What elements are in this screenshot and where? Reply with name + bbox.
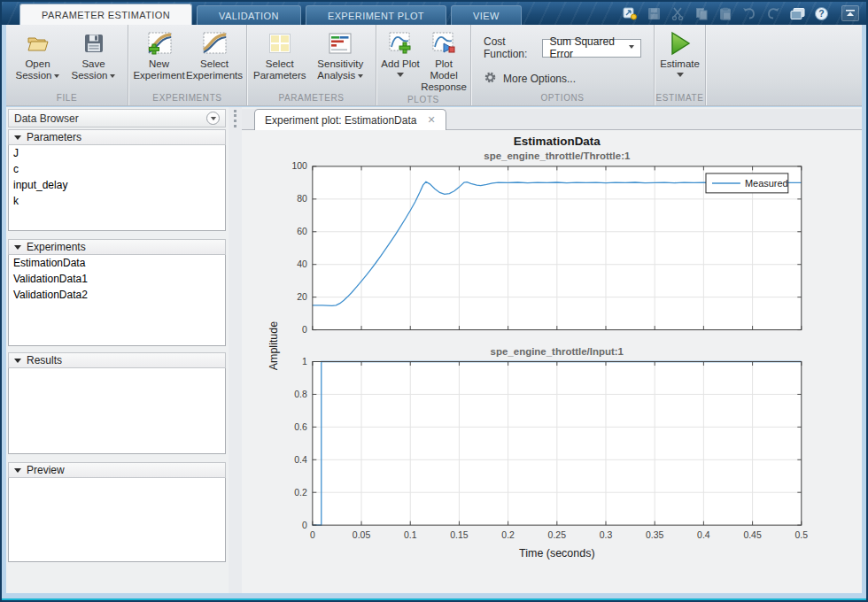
open-session-button[interactable]: Open Session bbox=[10, 27, 66, 81]
group-file: Open Session Save Session FILE bbox=[6, 25, 128, 105]
window-layout-icon[interactable] bbox=[789, 5, 805, 21]
section-label: Preview bbox=[27, 464, 65, 476]
document-tab-experiment-plot[interactable]: Experiment plot: EstimationData ✕ bbox=[254, 109, 446, 130]
svg-text:0.2: 0.2 bbox=[501, 530, 515, 540]
select-parameters-icon bbox=[268, 30, 291, 57]
more-options-button[interactable]: More Options... bbox=[484, 71, 576, 87]
preview-list[interactable] bbox=[8, 478, 226, 562]
svg-text:1: 1 bbox=[302, 357, 307, 367]
section-header-preview[interactable]: Preview bbox=[8, 462, 226, 478]
save-session-label: Save Session bbox=[72, 58, 108, 81]
list-item[interactable]: input_delay bbox=[9, 177, 225, 193]
save-icon[interactable] bbox=[646, 5, 662, 21]
list-item[interactable]: J bbox=[9, 145, 225, 161]
add-plot-button[interactable]: Add Plot bbox=[380, 27, 421, 81]
experiment-plot-canvas[interactable]: EstimationData020406080100spe_engine_thr… bbox=[242, 130, 862, 593]
new-experiment-button[interactable]: New Experiment bbox=[132, 27, 186, 81]
help-icon[interactable]: ? bbox=[813, 5, 829, 21]
tab-view[interactable]: VIEW bbox=[451, 5, 522, 25]
parameters-list[interactable]: Jcinput_delayk bbox=[8, 145, 226, 231]
plot-model-response-button[interactable]: Plot Model Response bbox=[421, 27, 467, 93]
collapse-arrow-icon bbox=[14, 245, 21, 253]
svg-text:spe_engine_throttle/Throttle:1: spe_engine_throttle/Throttle:1 bbox=[484, 150, 631, 161]
splitter-grip-icon bbox=[234, 110, 236, 127]
section-label: Parameters bbox=[27, 131, 81, 143]
estimate-label: Estimate bbox=[660, 58, 700, 70]
svg-text:?: ? bbox=[818, 8, 824, 19]
document-tab-title: Experiment plot: EstimationData bbox=[265, 114, 416, 127]
sensitivity-analysis-icon bbox=[329, 30, 352, 57]
chevron-down-icon bbox=[397, 73, 404, 81]
select-experiments-label: Select Experiments bbox=[186, 58, 243, 81]
list-item[interactable]: ValidationData2 bbox=[9, 287, 225, 303]
section-header-results[interactable]: Results bbox=[8, 352, 226, 368]
copy-icon[interactable] bbox=[694, 5, 709, 21]
new-experiment-icon bbox=[147, 30, 172, 57]
cost-function-label: Cost Function: bbox=[484, 35, 536, 60]
section-header-parameters[interactable]: Parameters bbox=[8, 129, 226, 145]
svg-text:0.15: 0.15 bbox=[450, 530, 469, 540]
svg-text:80: 80 bbox=[297, 194, 307, 204]
estimate-button[interactable]: Estimate bbox=[658, 27, 701, 81]
chevron-down-icon bbox=[358, 74, 363, 81]
open-folder-icon bbox=[26, 30, 50, 57]
select-parameters-button[interactable]: Select Parameters bbox=[251, 27, 309, 81]
paste-icon[interactable] bbox=[717, 5, 733, 21]
select-experiments-icon bbox=[202, 30, 227, 57]
panel-splitter[interactable] bbox=[229, 107, 242, 593]
new-window-icon[interactable] bbox=[622, 5, 638, 21]
svg-text:0.35: 0.35 bbox=[646, 530, 664, 540]
svg-text:0.8: 0.8 bbox=[294, 390, 307, 399]
cost-function-value: Sum Squared Error bbox=[549, 35, 616, 60]
gear-icon bbox=[484, 71, 497, 87]
select-experiments-button[interactable]: Select Experiments bbox=[186, 27, 243, 81]
list-item[interactable]: c bbox=[9, 161, 225, 177]
svg-text:EstimationData: EstimationData bbox=[514, 135, 601, 148]
svg-text:0.4: 0.4 bbox=[294, 455, 307, 465]
document-tab-bar: Experiment plot: EstimationData ✕ bbox=[242, 109, 862, 130]
svg-text:0.2: 0.2 bbox=[294, 488, 307, 498]
minimize-ribbon-button[interactable] bbox=[841, 5, 859, 21]
tab-experiment-plot[interactable]: EXPERIMENT PLOT bbox=[306, 5, 446, 25]
sensitivity-analysis-label: Sensitivity Analysis bbox=[317, 58, 363, 81]
data-browser-header: Data Browser bbox=[8, 109, 226, 127]
experiments-list[interactable]: EstimationDataValidationData1ValidationD… bbox=[8, 255, 226, 346]
collapse-arrow-icon bbox=[14, 135, 21, 143]
open-session-label: Open Session bbox=[16, 58, 52, 81]
svg-text:0.4: 0.4 bbox=[697, 530, 710, 540]
app-window: PARAMETER ESTIMATION VALIDATION EXPERIME… bbox=[0, 0, 868, 602]
section-header-experiments[interactable]: Experiments bbox=[8, 239, 226, 255]
plot-model-response-icon bbox=[432, 30, 455, 57]
svg-text:100: 100 bbox=[291, 161, 307, 171]
collapse-arrow-icon bbox=[14, 468, 21, 476]
add-plot-icon bbox=[389, 30, 412, 57]
list-item[interactable]: EstimationData bbox=[9, 255, 225, 271]
document-area: Experiment plot: EstimationData ✕ Estima… bbox=[242, 107, 862, 593]
tab-validation[interactable]: VALIDATION bbox=[197, 5, 301, 25]
results-list[interactable] bbox=[8, 368, 226, 454]
svg-text:0.1: 0.1 bbox=[404, 530, 417, 540]
chevron-down-icon bbox=[629, 45, 634, 51]
list-item[interactable]: k bbox=[9, 193, 225, 209]
close-icon[interactable]: ✕ bbox=[427, 115, 435, 125]
undo-icon[interactable] bbox=[741, 5, 757, 21]
svg-text:60: 60 bbox=[297, 227, 307, 236]
data-browser-menu-button[interactable] bbox=[206, 112, 220, 125]
ribbon-tab-bar: PARAMETER ESTIMATION VALIDATION EXPERIME… bbox=[2, 2, 866, 25]
save-session-button[interactable]: Save Session bbox=[66, 27, 121, 81]
section-label: Experiments bbox=[27, 241, 86, 253]
svg-text:Time (seconds): Time (seconds) bbox=[519, 547, 594, 560]
save-session-icon bbox=[83, 30, 105, 57]
cut-icon[interactable] bbox=[670, 5, 686, 21]
chevron-down-icon bbox=[110, 74, 115, 81]
data-browser-title: Data Browser bbox=[14, 112, 79, 125]
svg-text:0: 0 bbox=[310, 530, 315, 540]
redo-icon[interactable] bbox=[765, 5, 781, 21]
cost-function-dropdown[interactable]: Sum Squared Error bbox=[542, 39, 641, 58]
svg-text:0: 0 bbox=[302, 521, 307, 530]
tab-parameter-estimation[interactable]: PARAMETER ESTIMATION bbox=[19, 4, 192, 25]
sensitivity-analysis-button[interactable]: Sensitivity Analysis bbox=[309, 27, 372, 81]
list-item[interactable]: ValidationData1 bbox=[9, 271, 225, 287]
svg-text:0.05: 0.05 bbox=[353, 530, 371, 540]
group-label-parameters: PARAMETERS bbox=[247, 91, 376, 105]
